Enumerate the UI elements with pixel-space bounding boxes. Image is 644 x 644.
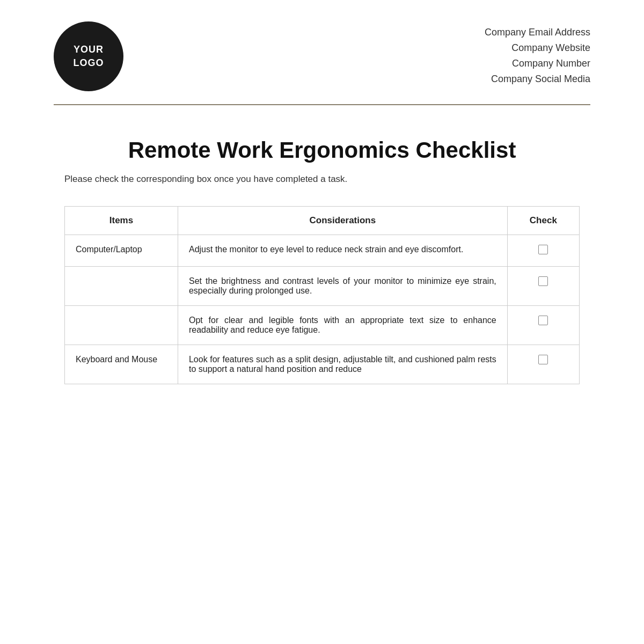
check-cell-3 [507, 345, 579, 384]
header-considerations: Considerations [178, 207, 507, 235]
consideration-brightness-contrast: Set the brightness and contrast levels o… [178, 267, 507, 306]
item-computer-laptop: Computer/Laptop [65, 235, 178, 267]
check-cell-2 [507, 306, 579, 345]
logo-line2: LOGO [74, 56, 104, 70]
table-row: Opt for clear and legible fonts with an … [65, 306, 580, 345]
company-social-label: Company Social Media [491, 74, 590, 85]
table-header-row: Items Considerations Check [65, 207, 580, 235]
company-contact-info: Company Email Address Company Website Co… [485, 21, 590, 85]
table-row: Keyboard and Mouse Look for features suc… [65, 345, 580, 384]
company-website-label: Company Website [511, 42, 590, 54]
checklist-title: Remote Work Ergonomics Checklist [64, 137, 580, 163]
check-cell-1 [507, 267, 579, 306]
checklist-subtitle: Please check the corresponding box once … [64, 174, 580, 185]
main-content: Remote Work Ergonomics Checklist Please … [54, 137, 590, 384]
item-keyboard-mouse: Keyboard and Mouse [65, 345, 178, 384]
logo-line1: YOUR [74, 43, 104, 56]
item-empty-1 [65, 267, 178, 306]
page-header: YOUR LOGO Company Email Address Company … [54, 21, 590, 105]
company-number-label: Company Number [512, 58, 590, 69]
checkbox-2[interactable] [538, 316, 548, 325]
checklist-table: Items Considerations Check Computer/Lapt… [64, 206, 580, 384]
consideration-monitor-eye-level: Adjust the monitor to eye level to reduc… [178, 235, 507, 267]
consideration-keyboard-features: Look for features such as a split design… [178, 345, 507, 384]
item-empty-2 [65, 306, 178, 345]
checkbox-3[interactable] [538, 355, 548, 364]
consideration-fonts-legibility: Opt for clear and legible fonts with an … [178, 306, 507, 345]
table-row: Computer/Laptop Adjust the monitor to ey… [65, 235, 580, 267]
checkbox-1[interactable] [538, 276, 548, 286]
company-email-label: Company Email Address [485, 27, 590, 38]
check-cell-0 [507, 235, 579, 267]
company-logo: YOUR LOGO [54, 21, 123, 91]
checkbox-0[interactable] [538, 245, 548, 254]
header-items: Items [65, 207, 178, 235]
table-row: Set the brightness and contrast levels o… [65, 267, 580, 306]
header-check: Check [507, 207, 579, 235]
